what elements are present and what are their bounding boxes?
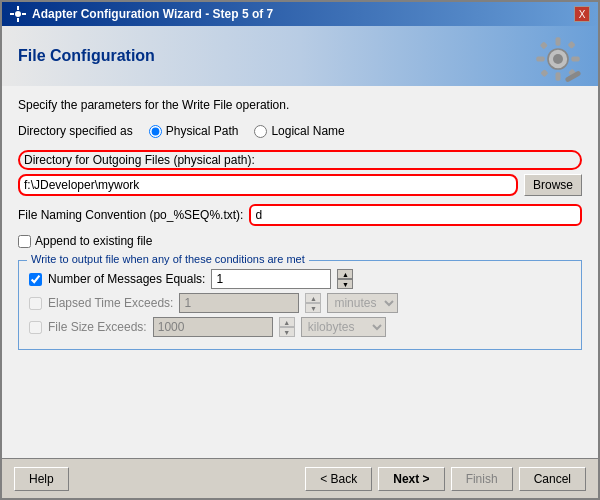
logical-name-radio-label[interactable]: Logical Name <box>254 124 344 138</box>
content-area: File Configuration <box>2 26 598 498</box>
svg-rect-9 <box>536 56 544 61</box>
elapsed-select: minutes seconds hours <box>327 293 398 313</box>
svg-rect-2 <box>17 18 19 22</box>
directory-radio-group: Directory specified as Physical Path Log… <box>18 124 582 138</box>
back-button[interactable]: < Back <box>305 467 372 491</box>
next-button[interactable]: Next > <box>378 467 444 491</box>
naming-convention-input[interactable] <box>249 204 582 226</box>
filesize-down-arrow: ▼ <box>279 327 295 337</box>
close-button[interactable]: X <box>574 6 590 22</box>
header-title: File Configuration <box>18 47 155 65</box>
filesize-select: kilobytes megabytes <box>301 317 386 337</box>
messages-row: Number of Messages Equals: ▲ ▼ <box>29 269 571 289</box>
messages-checkbox[interactable] <box>29 273 42 286</box>
title-bar-left: Adapter Configuration Wizard - Step 5 of… <box>10 6 273 22</box>
append-checkbox[interactable] <box>18 235 31 248</box>
svg-rect-10 <box>571 56 579 61</box>
description-text: Specify the parameters for the Write Fil… <box>18 98 582 112</box>
messages-spinner[interactable]: ▲ ▼ <box>337 269 353 289</box>
footer: Help < Back Next > Finish Cancel <box>2 458 598 498</box>
messages-label: Number of Messages Equals: <box>48 272 205 286</box>
dir-input-row: Browse <box>18 174 582 196</box>
header-gear-icon <box>528 31 588 86</box>
dir-outgoing-input[interactable] <box>18 174 518 196</box>
filesize-input <box>153 317 273 337</box>
elapsed-row: Elapsed Time Exceeds: ▲ ▼ minutes second… <box>29 293 571 313</box>
conditions-title: Write to output file when any of these c… <box>27 253 309 265</box>
title-bar: Adapter Configuration Wizard - Step 5 of… <box>2 2 598 26</box>
cancel-button[interactable]: Cancel <box>519 467 586 491</box>
svg-rect-8 <box>556 72 561 80</box>
svg-rect-3 <box>10 13 14 15</box>
append-row: Append to existing file <box>18 234 582 248</box>
logical-name-label: Logical Name <box>271 124 344 138</box>
append-label: Append to existing file <box>35 234 152 248</box>
physical-path-label: Physical Path <box>166 124 239 138</box>
svg-rect-4 <box>22 13 26 15</box>
svg-rect-7 <box>556 37 561 45</box>
footer-left: Help <box>14 467 69 491</box>
svg-rect-13 <box>540 69 548 77</box>
messages-input[interactable] <box>211 269 331 289</box>
dir-outgoing-label: Directory for Outgoing Files (physical p… <box>18 150 582 170</box>
elapsed-down-arrow: ▼ <box>305 303 321 313</box>
naming-convention-label: File Naming Convention (po_%SEQ%.txt): <box>18 208 243 222</box>
browse-button[interactable]: Browse <box>524 174 582 196</box>
help-button[interactable]: Help <box>14 467 69 491</box>
elapsed-label: Elapsed Time Exceeds: <box>48 296 173 310</box>
svg-rect-12 <box>567 40 575 48</box>
physical-path-radio-label[interactable]: Physical Path <box>149 124 239 138</box>
dir-specified-label: Directory specified as <box>18 124 133 138</box>
title-bar-text: Adapter Configuration Wizard - Step 5 of… <box>32 7 273 21</box>
messages-down-arrow[interactable]: ▼ <box>337 279 353 289</box>
filesize-row: File Size Exceeds: ▲ ▼ kilobytes megabyt… <box>29 317 571 337</box>
conditions-section: Write to output file when any of these c… <box>18 260 582 350</box>
finish-button[interactable]: Finish <box>451 467 513 491</box>
messages-up-arrow[interactable]: ▲ <box>337 269 353 279</box>
filesize-up-arrow: ▲ <box>279 317 295 327</box>
elapsed-checkbox[interactable] <box>29 297 42 310</box>
title-icon <box>10 6 26 22</box>
footer-right: < Back Next > Finish Cancel <box>305 467 586 491</box>
main-content: Specify the parameters for the Write Fil… <box>2 86 598 458</box>
wizard-window: Adapter Configuration Wizard - Step 5 of… <box>0 0 600 500</box>
elapsed-input <box>179 293 299 313</box>
filesize-checkbox[interactable] <box>29 321 42 334</box>
elapsed-spinner: ▲ ▼ <box>305 293 321 313</box>
svg-point-6 <box>553 54 563 64</box>
elapsed-up-arrow: ▲ <box>305 293 321 303</box>
svg-point-0 <box>15 11 21 17</box>
logical-name-radio[interactable] <box>254 125 267 138</box>
svg-rect-1 <box>17 6 19 10</box>
filesize-spinner: ▲ ▼ <box>279 317 295 337</box>
physical-path-radio[interactable] <box>149 125 162 138</box>
header-banner: File Configuration <box>2 26 598 86</box>
naming-convention-row: File Naming Convention (po_%SEQ%.txt): <box>18 204 582 226</box>
filesize-label: File Size Exceeds: <box>48 320 147 334</box>
svg-rect-11 <box>540 41 548 49</box>
